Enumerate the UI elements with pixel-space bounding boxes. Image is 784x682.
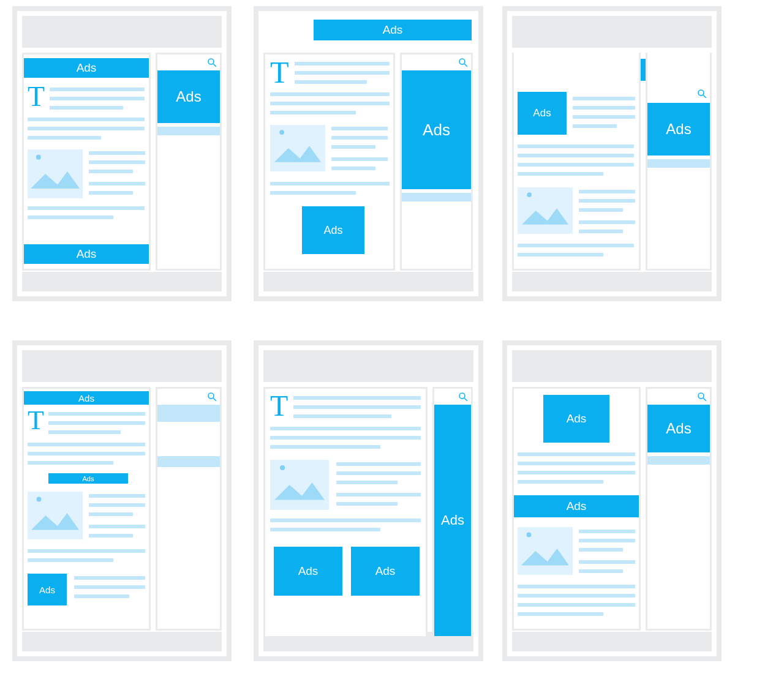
sidebar-block [157, 127, 220, 135]
text-line [50, 97, 145, 100]
content-area: T Ads Ads [263, 387, 428, 638]
content-area: Ads Ads [512, 387, 641, 631]
text-line [74, 576, 145, 580]
text-line [518, 603, 635, 607]
ad-sidebar-rect: Ads [157, 70, 220, 123]
ad-skyscraper: Ads [434, 405, 471, 636]
text-line [579, 530, 635, 533]
ad-bottom-right: Ads [351, 547, 420, 596]
mountain-icon [28, 149, 83, 198]
text-line [89, 151, 145, 155]
image-placeholder [270, 125, 325, 171]
search-icon [458, 57, 469, 68]
layout-panel-5: T Ads Ads Ads [254, 340, 483, 661]
text-line [28, 215, 113, 219]
header-bar [512, 350, 712, 382]
footer-bar [263, 272, 473, 291]
ad-square-right: Ads [647, 103, 710, 156]
sidebar-block [157, 456, 220, 467]
text-line [336, 502, 398, 506]
text-line [518, 471, 635, 474]
search-icon [696, 88, 707, 99]
text-line [336, 471, 421, 475]
svg-point-13 [459, 393, 465, 399]
image-placeholder [28, 492, 83, 539]
text-line [50, 106, 123, 110]
layout-panel-4: Ads T Ads Ads [12, 340, 232, 661]
svg-line-5 [464, 64, 467, 67]
text-line [518, 172, 603, 176]
svg-line-17 [703, 398, 706, 401]
text-line [28, 136, 101, 140]
ad-inline-mini: Ads [48, 473, 128, 484]
text-line [270, 191, 356, 195]
text-line [518, 244, 634, 247]
ad-tall-sidebar: Ads [402, 70, 471, 189]
ad-top-banner: Ads [24, 58, 149, 78]
mountain-icon [518, 527, 573, 575]
layout-panel-2: Ads T Ads Ads [254, 6, 483, 301]
sidebar-block [157, 405, 220, 422]
sidebar-block [402, 193, 471, 201]
header-bar [512, 16, 712, 48]
text-line [48, 412, 145, 416]
text-line [270, 528, 380, 531]
text-line [28, 452, 145, 455]
text-line [28, 118, 145, 121]
svg-line-14 [464, 398, 467, 401]
text-line [89, 182, 145, 185]
text-line [270, 427, 421, 430]
text-line [270, 519, 421, 522]
text-line [331, 136, 388, 140]
text-line [74, 594, 129, 598]
sidebar [156, 387, 222, 631]
text-line [518, 253, 603, 257]
ad-inline-rect: Ads [302, 206, 364, 254]
dropcap: T [28, 407, 44, 434]
sidebar-block [647, 159, 710, 168]
ad-bottom-left: Ads [274, 547, 342, 596]
text-line [89, 525, 145, 528]
search-icon [696, 391, 707, 402]
mountain-icon [28, 492, 83, 539]
text-line [28, 461, 113, 465]
text-line [336, 462, 421, 466]
text-line [89, 494, 145, 498]
text-line [89, 160, 145, 164]
text-line [579, 220, 635, 224]
text-line [573, 97, 635, 100]
text-line [331, 157, 388, 161]
text-line [518, 612, 603, 616]
sidebar: Ads [432, 387, 473, 638]
sidebar: Ads [156, 53, 222, 271]
svg-point-3 [279, 130, 284, 135]
ad-tiny-square: Ads [28, 574, 67, 605]
svg-point-1 [208, 59, 214, 64]
svg-point-10 [208, 393, 214, 399]
mountain-icon [270, 125, 325, 171]
text-line [28, 127, 145, 130]
content-area: Ads T Ads Ads [22, 387, 151, 631]
text-line [518, 452, 635, 456]
sidebar-block [647, 456, 710, 465]
text-line [50, 88, 145, 91]
text-line [518, 480, 603, 484]
footer-bar [512, 272, 712, 291]
text-line [270, 445, 380, 449]
sidebar: Ads [646, 387, 712, 631]
text-line [89, 503, 145, 507]
sidebar: Ads [646, 53, 712, 271]
text-line [579, 230, 623, 233]
ad-bottom-banner: Ads [24, 244, 149, 264]
text-line [518, 462, 635, 465]
svg-point-16 [698, 393, 704, 399]
text-line [48, 430, 121, 434]
search-icon [206, 391, 217, 402]
text-line [293, 405, 421, 409]
svg-point-7 [698, 90, 704, 96]
text-line [28, 206, 145, 210]
header-bar [22, 16, 222, 48]
svg-point-12 [280, 465, 285, 470]
text-line [28, 549, 145, 553]
content-area: T Ads [263, 53, 395, 271]
